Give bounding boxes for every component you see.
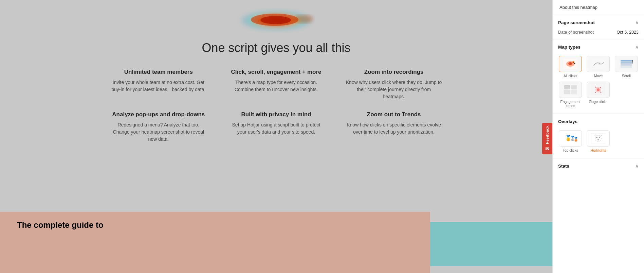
page-screenshot-section: Page screenshot ∧ Date of screenshot Oct… — [553, 15, 644, 39]
map-label-move: Move — [594, 74, 603, 78]
map-types-section: Map types ∧ — [553, 39, 644, 114]
stats-header[interactable]: Stats ∧ — [553, 158, 644, 172]
guide-teal-section — [430, 222, 552, 266]
feature-title-5: Zoom out to Trends — [345, 111, 443, 118]
map-card-rage-clicks[interactable]: Rage clicks — [586, 82, 610, 108]
sidebar: About this heatmap Page screenshot ∧ Dat… — [552, 0, 644, 273]
stats-section: Stats ∧ — [553, 158, 644, 172]
map-card-all-clicks[interactable]: All clicks — [558, 56, 583, 78]
map-thumb-rage-clicks — [587, 82, 610, 98]
about-heatmap-label: About this heatmap — [559, 5, 597, 10]
map-types-grid: All clicks Move — [553, 56, 644, 114]
page-screenshot-header[interactable]: Page screenshot ∧ — [553, 15, 644, 29]
feature-unlimited-team: Unlimited team members Invite your whole… — [110, 69, 207, 100]
overlays-title: Overlays — [558, 119, 577, 124]
svg-rect-15 — [621, 66, 632, 68]
svg-point-6 — [568, 62, 572, 65]
stats-title: Stats — [558, 164, 569, 169]
screenshot-date-label: Date of screenshot — [558, 30, 594, 35]
feature-title-0: Unlimited team members — [110, 69, 207, 75]
svg-text:🥉: 🥉 — [573, 137, 577, 142]
svg-rect-22 — [571, 90, 577, 94]
feedback-button[interactable]: Feedback ✉ — [542, 123, 552, 154]
map-label-scroll: Scroll — [622, 74, 631, 78]
screenshot-date-row: Date of screenshot Oct 5, 2023 — [553, 29, 644, 39]
stats-chevron: ∧ — [635, 163, 639, 169]
feature-privacy: Built with privacy in mind Set up Hotjar… — [227, 111, 325, 143]
map-card-scroll[interactable]: Scroll — [614, 56, 639, 78]
screenshot-date-value: Oct 5, 2023 — [617, 30, 639, 35]
feature-click-scroll: Click, scroll, engagement + more There's… — [227, 69, 325, 100]
svg-point-37 — [599, 137, 600, 138]
overlays-header[interactable]: Overlays — [553, 114, 644, 127]
svg-point-25 — [597, 88, 600, 91]
bottom-guide-area: The complete guide to — [0, 212, 552, 273]
guide-pink-section: The complete guide to — [0, 212, 430, 273]
guide-title: The complete guide to — [17, 220, 413, 230]
svg-rect-20 — [571, 85, 577, 89]
feature-desc-2: Know why users click where they do. Jump… — [345, 79, 443, 100]
svg-rect-12 — [621, 60, 632, 62]
feedback-label: Feedback — [545, 125, 549, 144]
feature-desc-4: Set up Hotjar using a script built to pr… — [227, 121, 325, 136]
overlays-grid-container: 🥇 🥈 🥉 Top clicks — [553, 130, 644, 158]
feature-title-3: Analyze pop-ups and drop-downs — [110, 111, 207, 118]
map-types-header[interactable]: Map types ∧ — [553, 39, 644, 53]
page-screenshot-chevron: ∧ — [635, 20, 639, 25]
map-types-title: Map types — [558, 45, 581, 50]
feature-desc-1: There's a map type for every occasion. C… — [227, 79, 325, 93]
svg-point-3 — [294, 15, 313, 23]
overlay-label-highlights: Highlights — [590, 148, 606, 153]
map-grid: All clicks Move — [558, 56, 639, 108]
map-thumb-move — [587, 56, 610, 72]
feature-desc-0: Invite your whole team at no extra cost.… — [110, 79, 207, 93]
svg-rect-19 — [564, 85, 570, 89]
svg-point-36 — [596, 137, 597, 138]
feature-zoom-recordings: Zoom into recordings Know why users clic… — [345, 69, 443, 100]
svg-rect-14 — [621, 64, 632, 66]
overlay-thumb-highlights — [587, 130, 610, 147]
svg-point-38 — [597, 139, 599, 140]
feature-desc-3: Redesigned a menu? Analyze that too. Cha… — [110, 121, 207, 143]
map-thumb-scroll — [615, 56, 638, 72]
feature-popups: Analyze pop-ups and drop-downs Redesigne… — [110, 111, 207, 143]
hero-title: One script gives you all this — [202, 41, 350, 55]
overlay-top3-clicks[interactable]: 🥇 🥈 🥉 Top clicks — [558, 130, 583, 153]
map-label-all-clicks: All clicks — [564, 74, 577, 78]
features-grid: Unlimited team members Invite your whole… — [90, 69, 463, 143]
about-heatmap-link[interactable]: About this heatmap — [553, 0, 644, 15]
overlay-highlights[interactable]: Highlights — [586, 130, 610, 153]
map-thumb-engagement — [559, 82, 582, 98]
overlay-label-top3: Top clicks — [563, 148, 578, 153]
feature-desc-5: Know how clicks on specific elements evo… — [345, 121, 443, 136]
map-thumb-all-clicks — [559, 56, 582, 72]
svg-rect-13 — [621, 62, 632, 64]
feature-title-4: Built with privacy in mind — [227, 111, 325, 118]
main-content: One script gives you all this Unlimited … — [0, 0, 552, 273]
page-screenshot-title: Page screenshot — [558, 20, 595, 25]
overlays-section: Overlays 🥇 🥈 🥉 — [553, 114, 644, 158]
svg-point-2 — [260, 16, 291, 24]
map-label-rage-clicks: Rage clicks — [589, 100, 608, 104]
overlay-grid: 🥇 🥈 🥉 Top clicks — [558, 130, 639, 153]
svg-rect-34 — [591, 133, 605, 143]
heatmap-blob — [236, 7, 317, 34]
overlay-thumb-top3: 🥇 🥈 🥉 — [559, 130, 582, 147]
map-card-move[interactable]: Move — [586, 56, 610, 78]
feature-trends: Zoom out to Trends Know how clicks on sp… — [345, 111, 443, 143]
feature-title-2: Zoom into recordings — [345, 69, 443, 75]
map-card-engagement[interactable]: Engagement zones — [558, 82, 583, 108]
map-label-engagement: Engagement zones — [558, 100, 583, 108]
feature-title-1: Click, scroll, engagement + more — [227, 69, 325, 75]
svg-rect-21 — [564, 90, 570, 94]
feedback-email-icon: ✉ — [545, 146, 549, 152]
map-types-chevron: ∧ — [635, 44, 639, 50]
svg-rect-17 — [632, 60, 633, 62]
